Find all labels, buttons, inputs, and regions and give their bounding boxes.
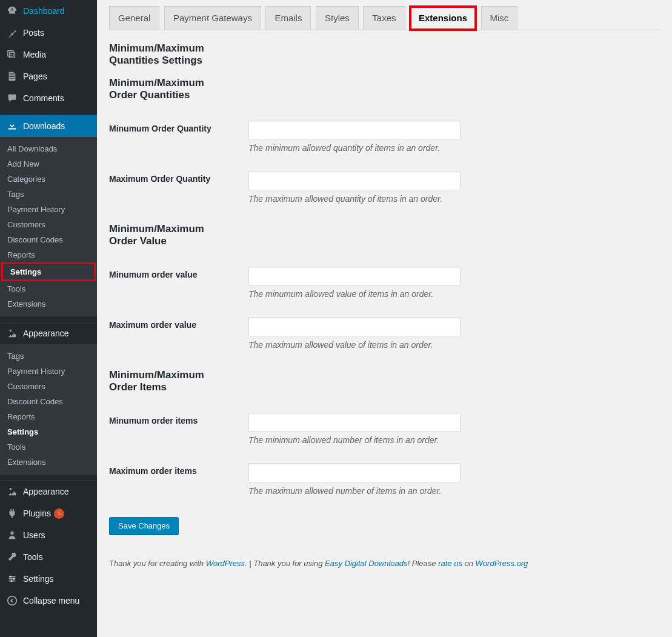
sidebar-item-pages[interactable]: Pages (0, 65, 97, 87)
submenu-item-settings[interactable]: Settings (0, 424, 97, 439)
sidebar-item-dashboard[interactable]: Dashboard (0, 0, 97, 22)
plugins-icon (6, 507, 18, 519)
field-label: Minumum order items (109, 404, 242, 455)
tab-extensions[interactable]: Extensions (410, 6, 476, 30)
update-badge: 1 (54, 509, 64, 519)
svg-point-0 (10, 54, 12, 56)
form-table: Minumum Order QuantityThe minimum allowe… (109, 112, 660, 213)
field-input[interactable] (248, 267, 461, 286)
section-title: Minimum/Maximum Order Value (109, 223, 230, 247)
tab-misc[interactable]: Misc (481, 6, 518, 30)
form-table: Minumum order valueThe minumum allowed v… (109, 258, 660, 359)
field-label: Maximum order value (109, 308, 242, 359)
submenu-item-extensions[interactable]: Extensions (0, 296, 97, 312)
collapse-menu[interactable]: Collapse menu (0, 590, 97, 612)
submenu-item-reports[interactable]: Reports (0, 409, 97, 424)
tab-payment-gateways[interactable]: Payment Gateways (164, 6, 261, 30)
submenu-item-tags[interactable]: Tags (0, 349, 97, 364)
form-row: Minumum Order QuantityThe minimum allowe… (109, 112, 660, 162)
sidebar-item-label: Posts (23, 28, 44, 38)
collapse-label: Collapse menu (23, 596, 79, 605)
field-label: Maximum Order Quantity (109, 162, 242, 213)
field-input[interactable] (248, 121, 461, 140)
submenu-item-categories[interactable]: Categories (0, 172, 97, 187)
submenu-item-customers[interactable]: Customers (0, 379, 97, 394)
sidebar-item-label: Media (23, 50, 46, 59)
submenu-item-extensions[interactable]: Extensions (0, 455, 97, 470)
submenu-item-tags[interactable]: Tags (0, 187, 97, 202)
sidebar-item-label: Plugins (23, 509, 51, 518)
collapse-icon (6, 595, 18, 607)
media-icon (6, 48, 18, 61)
sidebar-item-appearance[interactable]: Appearance (0, 481, 97, 502)
comments-icon (6, 92, 18, 104)
submenu-item-tools[interactable]: Tools (0, 281, 97, 296)
download-icon (6, 120, 18, 132)
field-input[interactable] (248, 317, 461, 336)
sidebar-item-label: Tools (23, 552, 43, 562)
field-input[interactable] (248, 171, 461, 190)
form-row: Minumum order valueThe minumum allowed v… (109, 258, 660, 308)
field-input[interactable] (248, 463, 461, 482)
field-label: Minumum order value (109, 258, 242, 308)
sidebar-item-label: Appearance (23, 329, 69, 338)
svg-point-2 (10, 576, 12, 578)
tab-emails[interactable]: Emails (265, 6, 311, 30)
submenu-item-tools[interactable]: Tools (0, 439, 97, 455)
sidebar-item-media[interactable]: Media (0, 44, 97, 65)
submenu-item-all-downloads[interactable]: All Downloads (0, 141, 97, 156)
sidebar-item-label: Pages (23, 72, 47, 81)
section-title: Minimum/Maximum Order Items (109, 369, 230, 393)
wporg-link[interactable]: WordPress.org (476, 559, 528, 568)
sidebar-item-plugins[interactable]: Plugins1 (0, 502, 97, 524)
sidebar-item-label: Dashboard (23, 6, 65, 16)
svg-point-1 (10, 532, 13, 535)
field-label: Minumum Order Quantity (109, 112, 242, 162)
submenu-item-settings[interactable]: Settings (1, 262, 96, 281)
form-row: Minumum order itemsThe minimum allowed n… (109, 404, 660, 455)
sidebar-item-appearance[interactable]: Appearance (0, 322, 97, 344)
submenu-item-discount-codes[interactable]: Discount Codes (0, 394, 97, 409)
submenu-item-add-new[interactable]: Add New (0, 156, 97, 172)
form-table: Minumum order itemsThe minimum allowed n… (109, 404, 660, 505)
submenu-appearance: TagsPayment HistoryCustomersDiscount Cod… (0, 344, 97, 475)
field-description: The maximum allowed number of items in a… (248, 486, 654, 496)
svg-point-5 (8, 596, 16, 605)
submenu-item-reports[interactable]: Reports (0, 247, 97, 262)
sidebar-item-users[interactable]: Users (0, 524, 97, 546)
footer-credits: Thank you for creating with WordPress. |… (109, 559, 660, 568)
sidebar-item-label: Users (23, 530, 45, 540)
pages-icon (6, 70, 18, 82)
wordpress-link[interactable]: WordPress (206, 559, 245, 568)
tab-styles[interactable]: Styles (316, 6, 359, 30)
tabs-nav: GeneralPayment GatewaysEmailsStylesTaxes… (109, 6, 660, 30)
save-changes-button[interactable]: Save Changes (109, 517, 179, 535)
submenu-item-discount-codes[interactable]: Discount Codes (0, 232, 97, 247)
tab-general[interactable]: General (109, 6, 159, 30)
field-description: The minimum allowed quantity of items in… (248, 143, 654, 153)
rate-us-link[interactable]: rate us (438, 559, 462, 568)
submenu-item-payment-history[interactable]: Payment History (0, 202, 97, 217)
admin-sidebar: DashboardPostsMediaPagesComments Downloa… (0, 0, 97, 637)
sidebar-item-settings[interactable]: Settings (0, 568, 97, 590)
section-title: Minimum/Maximum Order Quantities (109, 77, 230, 101)
tab-taxes[interactable]: Taxes (363, 6, 405, 30)
submenu-item-payment-history[interactable]: Payment History (0, 364, 97, 379)
sidebar-item-tools[interactable]: Tools (0, 546, 97, 568)
users-icon (6, 529, 18, 541)
submenu-item-customers[interactable]: Customers (0, 217, 97, 232)
svg-point-4 (10, 580, 13, 582)
form-row: Maximum order itemsThe maximum allowed n… (109, 454, 660, 505)
field-description: The maximum allowed value of items in an… (248, 340, 654, 350)
sidebar-item-downloads[interactable]: Downloads (0, 115, 97, 137)
tools-icon (6, 551, 18, 563)
settings-icon (6, 573, 18, 585)
content-area: GeneralPayment GatewaysEmailsStylesTaxes… (97, 0, 672, 637)
field-input[interactable] (248, 413, 461, 432)
field-description: The maximum allowed quantity of items in… (248, 194, 654, 204)
sidebar-item-comments[interactable]: Comments (0, 87, 97, 109)
sidebar-item-label: Settings (23, 574, 54, 584)
sidebar-item-posts[interactable]: Posts (0, 22, 97, 44)
edd-link[interactable]: Easy Digital Downloads (325, 559, 408, 568)
field-label: Maximum order items (109, 454, 242, 505)
